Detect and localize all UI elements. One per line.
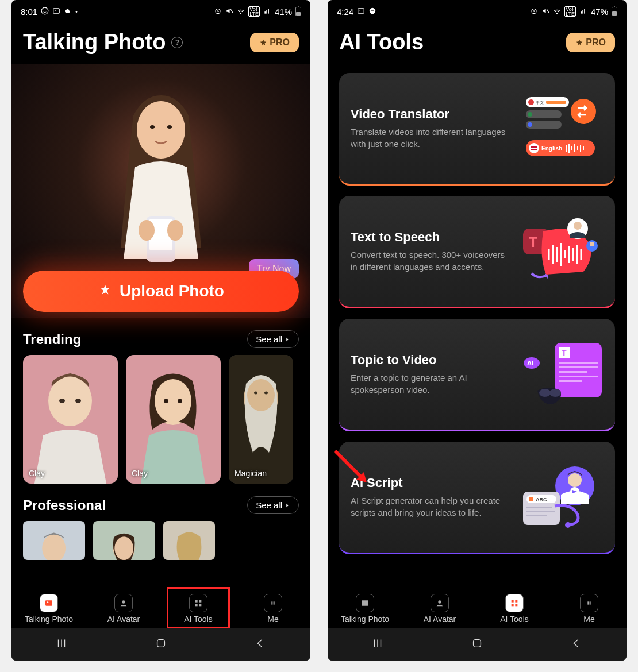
recents-icon[interactable] (371, 637, 384, 652)
svg-point-39 (122, 600, 125, 603)
section-trending-head: Trending See all (11, 318, 310, 355)
see-all-button[interactable]: See all (247, 496, 299, 514)
svg-rect-86 (559, 380, 582, 382)
svg-rect-114 (474, 640, 481, 647)
svg-rect-5 (264, 11, 266, 14)
svg-point-66 (528, 122, 532, 127)
svg-rect-105 (512, 600, 514, 603)
mute-icon (225, 7, 233, 17)
svg-rect-49 (157, 640, 165, 647)
header: AI Tools PRO (328, 23, 627, 64)
nav-me[interactable]: Me (558, 594, 621, 624)
avatar-card[interactable]: Magician (229, 355, 293, 484)
dnd-icon (368, 7, 376, 17)
svg-point-29 (264, 392, 268, 395)
section-title: Professional (23, 497, 106, 513)
svg-rect-53 (371, 10, 374, 11)
nav-ai-avatar[interactable]: AI Avatar (408, 594, 471, 624)
nav-ai-avatar[interactable]: AI Avatar (92, 594, 155, 624)
pro-button[interactable]: PRO (566, 33, 615, 52)
home-icon[interactable] (471, 637, 483, 652)
avatar-card[interactable]: Clay (23, 355, 118, 484)
signal-icon (263, 7, 271, 17)
svg-point-15 (167, 220, 183, 241)
svg-rect-42 (195, 604, 198, 606)
tool-text-to-speech[interactable]: Text to Speech Convert text to speech. 3… (339, 196, 615, 308)
tool-title: Text to Speech (351, 230, 515, 245)
hero-banner: Try Now Upload Photo (11, 64, 310, 318)
svg-point-64 (528, 112, 532, 117)
svg-point-23 (164, 399, 168, 403)
system-nav (11, 628, 310, 661)
svg-rect-98 (526, 507, 552, 508)
svg-rect-107 (512, 604, 514, 606)
upload-photo-button[interactable]: Upload Photo (23, 271, 299, 312)
svg-point-22 (155, 379, 191, 423)
svg-point-34 (114, 536, 133, 560)
back-icon[interactable] (254, 637, 267, 652)
status-time: 8:01 (21, 7, 37, 17)
photo-icon (40, 594, 58, 612)
nav-talking-photo[interactable]: Talking Photo (17, 594, 80, 624)
battery-icon (612, 7, 617, 16)
volte-icon: Vo)LTE (564, 6, 576, 17)
svg-text:T: T (529, 234, 537, 250)
svg-rect-106 (515, 600, 517, 603)
professional-row (11, 521, 310, 560)
svg-rect-62 (546, 101, 566, 104)
svg-rect-71 (531, 149, 537, 150)
svg-rect-57 (582, 10, 583, 13)
nav-ai-tools[interactable]: AI Tools (167, 594, 230, 624)
avatar-card[interactable] (163, 521, 215, 560)
hero-person (92, 75, 230, 273)
back-icon[interactable] (570, 637, 583, 652)
svg-rect-110 (590, 601, 591, 604)
svg-point-76 (574, 222, 582, 230)
svg-point-11 (167, 125, 172, 129)
svg-text:English: English (541, 145, 562, 152)
svg-rect-1 (53, 8, 60, 13)
svg-point-92 (568, 473, 582, 487)
svg-text:中文: 中文 (536, 101, 544, 105)
svg-point-51 (360, 9, 361, 10)
svg-rect-50 (358, 8, 364, 13)
nav-ai-tools[interactable]: AI Tools (483, 594, 546, 624)
recents-icon[interactable] (55, 637, 68, 652)
svg-rect-6 (266, 10, 267, 13)
nav-talking-photo[interactable]: Talking Photo (333, 594, 397, 624)
nav-me[interactable]: Me (241, 594, 305, 624)
svg-point-89 (539, 389, 551, 397)
svg-text:T: T (562, 348, 567, 357)
svg-point-60 (528, 99, 534, 105)
tool-ai-script[interactable]: AI Script AI Script generator can help y… (339, 442, 615, 554)
svg-line-55 (547, 9, 549, 13)
signal-icon (579, 7, 587, 17)
svg-rect-41 (199, 600, 201, 603)
battery-text: 41% (275, 7, 292, 17)
see-all-button[interactable]: See all (247, 330, 299, 348)
svg-rect-56 (581, 11, 582, 14)
svg-point-69 (529, 143, 539, 153)
home-icon[interactable] (155, 637, 167, 652)
avatar-icon (431, 594, 449, 612)
svg-point-27 (247, 379, 275, 411)
pro-button[interactable]: PRO (250, 33, 299, 52)
avatar-card[interactable]: Clay (126, 355, 221, 484)
svg-rect-82 (559, 362, 598, 364)
dot-icon: • (75, 9, 78, 15)
svg-point-19 (75, 399, 81, 403)
tool-topic-to-video[interactable]: Topic to Video Enter a topic to generate… (339, 319, 615, 431)
svg-point-101 (565, 522, 571, 528)
svg-point-67 (571, 99, 596, 124)
avatar-card[interactable] (93, 521, 155, 560)
image-icon (357, 7, 365, 17)
svg-rect-84 (559, 371, 587, 373)
svg-point-78 (590, 242, 594, 246)
alarm-icon (530, 7, 538, 17)
avatar-card[interactable] (23, 521, 85, 560)
tool-video-translator[interactable]: Video Translator Translate videos into d… (339, 73, 615, 186)
help-icon[interactable]: ? (171, 37, 183, 48)
whatsapp-icon (41, 7, 49, 17)
phone-right: 4:24 Vo)LTE 47% AI Tools PRO (328, 0, 627, 661)
bottom-nav: Talking Photo AI Avatar AI Tools Me (11, 589, 310, 628)
